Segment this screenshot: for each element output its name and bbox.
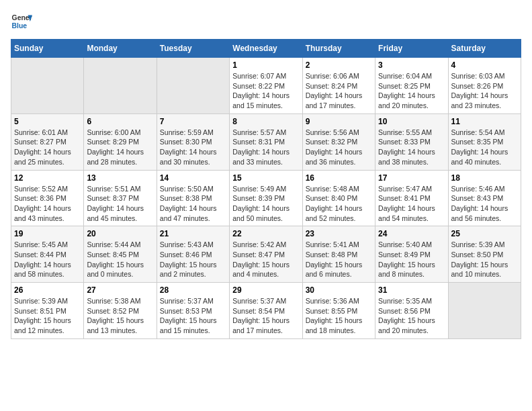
- day-info: Sunrise: 5:41 AM Sunset: 8:48 PM Dayligh…: [306, 240, 372, 279]
- day-number: 30: [306, 285, 372, 295]
- day-number: 15: [232, 173, 299, 183]
- calendar-cell: 12Sunrise: 5:52 AM Sunset: 8:36 PM Dayli…: [11, 170, 84, 226]
- day-number: 17: [378, 173, 445, 183]
- day-info: Sunrise: 5:54 AM Sunset: 8:35 PM Dayligh…: [451, 128, 518, 167]
- day-header-friday: Friday: [375, 40, 448, 58]
- calendar-cell: [84, 58, 157, 114]
- calendar-cell: 6Sunrise: 6:00 AM Sunset: 8:29 PM Daylig…: [84, 113, 157, 170]
- calendar-cell: 13Sunrise: 5:51 AM Sunset: 8:37 PM Dayli…: [84, 170, 157, 226]
- calendar-cell: 18Sunrise: 5:46 AM Sunset: 8:43 PM Dayli…: [448, 170, 521, 226]
- day-number: 16: [306, 173, 372, 183]
- day-number: 1: [232, 60, 299, 70]
- week-row-2: 5Sunrise: 6:01 AM Sunset: 8:27 PM Daylig…: [11, 113, 521, 170]
- calendar-cell: 1Sunrise: 6:07 AM Sunset: 8:22 PM Daylig…: [230, 58, 302, 114]
- day-number: 10: [378, 117, 445, 126]
- day-info: Sunrise: 5:38 AM Sunset: 8:52 PM Dayligh…: [87, 296, 153, 336]
- day-info: Sunrise: 5:50 AM Sunset: 8:38 PM Dayligh…: [160, 184, 226, 224]
- day-number: 6: [87, 117, 153, 126]
- day-header-thursday: Thursday: [302, 40, 375, 58]
- week-row-1: 1Sunrise: 6:07 AM Sunset: 8:22 PM Daylig…: [11, 58, 521, 114]
- calendar-cell: 21Sunrise: 5:43 AM Sunset: 8:46 PM Dayli…: [157, 226, 229, 283]
- day-info: Sunrise: 5:37 AM Sunset: 8:53 PM Dayligh…: [160, 296, 226, 336]
- day-number: 13: [87, 173, 153, 183]
- day-header-saturday: Saturday: [448, 40, 521, 58]
- header: General Blue: [11, 11, 521, 32]
- calendar-cell: [448, 283, 521, 339]
- day-number: 14: [160, 173, 226, 183]
- day-info: Sunrise: 5:45 AM Sunset: 8:44 PM Dayligh…: [14, 240, 81, 279]
- week-row-3: 12Sunrise: 5:52 AM Sunset: 8:36 PM Dayli…: [11, 170, 521, 226]
- day-info: Sunrise: 6:03 AM Sunset: 8:26 PM Dayligh…: [451, 71, 518, 111]
- day-info: Sunrise: 5:37 AM Sunset: 8:54 PM Dayligh…: [232, 296, 299, 336]
- day-info: Sunrise: 5:46 AM Sunset: 8:43 PM Dayligh…: [451, 184, 518, 224]
- day-info: Sunrise: 5:47 AM Sunset: 8:41 PM Dayligh…: [378, 184, 445, 224]
- day-info: Sunrise: 6:06 AM Sunset: 8:24 PM Dayligh…: [306, 71, 372, 111]
- calendar-cell: [11, 58, 84, 114]
- day-number: 12: [14, 173, 81, 183]
- day-number: 28: [160, 285, 226, 295]
- day-number: 23: [306, 229, 372, 238]
- calendar-cell: 7Sunrise: 5:59 AM Sunset: 8:30 PM Daylig…: [157, 113, 229, 170]
- calendar-cell: 27Sunrise: 5:38 AM Sunset: 8:52 PM Dayli…: [84, 283, 157, 339]
- calendar-cell: 23Sunrise: 5:41 AM Sunset: 8:48 PM Dayli…: [302, 226, 375, 283]
- calendar-cell: 2Sunrise: 6:06 AM Sunset: 8:24 PM Daylig…: [302, 58, 375, 114]
- day-info: Sunrise: 5:35 AM Sunset: 8:56 PM Dayligh…: [378, 296, 445, 336]
- day-number: 9: [306, 117, 372, 126]
- calendar-cell: 8Sunrise: 5:57 AM Sunset: 8:31 PM Daylig…: [230, 113, 302, 170]
- calendar-cell: 11Sunrise: 5:54 AM Sunset: 8:35 PM Dayli…: [448, 113, 521, 170]
- day-info: Sunrise: 5:36 AM Sunset: 8:55 PM Dayligh…: [306, 296, 372, 336]
- day-info: Sunrise: 5:40 AM Sunset: 8:49 PM Dayligh…: [378, 240, 445, 279]
- day-info: Sunrise: 5:42 AM Sunset: 8:47 PM Dayligh…: [232, 240, 299, 279]
- calendar-cell: 17Sunrise: 5:47 AM Sunset: 8:41 PM Dayli…: [375, 170, 448, 226]
- day-info: Sunrise: 5:39 AM Sunset: 8:51 PM Dayligh…: [14, 296, 81, 336]
- calendar-cell: 29Sunrise: 5:37 AM Sunset: 8:54 PM Dayli…: [230, 283, 302, 339]
- day-number: 22: [232, 229, 299, 238]
- calendar-cell: 16Sunrise: 5:48 AM Sunset: 8:40 PM Dayli…: [302, 170, 375, 226]
- day-number: 24: [378, 229, 445, 238]
- calendar-cell: 14Sunrise: 5:50 AM Sunset: 8:38 PM Dayli…: [157, 170, 229, 226]
- day-info: Sunrise: 5:51 AM Sunset: 8:37 PM Dayligh…: [87, 184, 153, 224]
- day-number: 27: [87, 285, 153, 295]
- day-info: Sunrise: 5:39 AM Sunset: 8:50 PM Dayligh…: [451, 240, 518, 279]
- logo-icon: General Blue: [11, 11, 32, 32]
- day-info: Sunrise: 6:01 AM Sunset: 8:27 PM Dayligh…: [14, 128, 81, 167]
- day-info: Sunrise: 6:04 AM Sunset: 8:25 PM Dayligh…: [378, 71, 445, 111]
- day-number: 2: [306, 60, 372, 70]
- day-number: 5: [14, 117, 81, 126]
- day-number: 7: [160, 117, 226, 126]
- day-info: Sunrise: 5:44 AM Sunset: 8:45 PM Dayligh…: [87, 240, 153, 279]
- calendar-header: SundayMondayTuesdayWednesdayThursdayFrid…: [11, 40, 521, 58]
- calendar-cell: 24Sunrise: 5:40 AM Sunset: 8:49 PM Dayli…: [375, 226, 448, 283]
- svg-text:Blue: Blue: [12, 22, 28, 30]
- week-row-4: 19Sunrise: 5:45 AM Sunset: 8:44 PM Dayli…: [11, 226, 521, 283]
- day-number: 20: [87, 229, 153, 238]
- day-number: 4: [451, 60, 518, 70]
- calendar-cell: 28Sunrise: 5:37 AM Sunset: 8:53 PM Dayli…: [157, 283, 229, 339]
- day-of-week-row: SundayMondayTuesdayWednesdayThursdayFrid…: [11, 40, 521, 58]
- day-header-wednesday: Wednesday: [230, 40, 302, 58]
- day-header-tuesday: Tuesday: [157, 40, 229, 58]
- calendar-cell: [157, 58, 229, 114]
- day-info: Sunrise: 5:56 AM Sunset: 8:32 PM Dayligh…: [306, 128, 372, 167]
- calendar-cell: 5Sunrise: 6:01 AM Sunset: 8:27 PM Daylig…: [11, 113, 84, 170]
- calendar-cell: 25Sunrise: 5:39 AM Sunset: 8:50 PM Dayli…: [448, 226, 521, 283]
- day-info: Sunrise: 5:57 AM Sunset: 8:31 PM Dayligh…: [232, 128, 299, 167]
- calendar-cell: 19Sunrise: 5:45 AM Sunset: 8:44 PM Dayli…: [11, 226, 84, 283]
- day-info: Sunrise: 6:07 AM Sunset: 8:22 PM Dayligh…: [232, 71, 299, 111]
- day-info: Sunrise: 6:00 AM Sunset: 8:29 PM Dayligh…: [87, 128, 153, 167]
- day-number: 18: [451, 173, 518, 183]
- day-number: 31: [378, 285, 445, 295]
- day-info: Sunrise: 5:52 AM Sunset: 8:36 PM Dayligh…: [14, 184, 81, 224]
- day-info: Sunrise: 5:43 AM Sunset: 8:46 PM Dayligh…: [160, 240, 226, 279]
- calendar-table: SundayMondayTuesdayWednesdayThursdayFrid…: [11, 39, 521, 339]
- calendar-cell: 30Sunrise: 5:36 AM Sunset: 8:55 PM Dayli…: [302, 283, 375, 339]
- calendar-cell: 4Sunrise: 6:03 AM Sunset: 8:26 PM Daylig…: [448, 58, 521, 114]
- day-number: 11: [451, 117, 518, 126]
- day-number: 8: [232, 117, 299, 126]
- day-header-sunday: Sunday: [11, 40, 84, 58]
- day-info: Sunrise: 5:48 AM Sunset: 8:40 PM Dayligh…: [306, 184, 372, 224]
- calendar-cell: 3Sunrise: 6:04 AM Sunset: 8:25 PM Daylig…: [375, 58, 448, 114]
- calendar-cell: 10Sunrise: 5:55 AM Sunset: 8:33 PM Dayli…: [375, 113, 448, 170]
- calendar-cell: 22Sunrise: 5:42 AM Sunset: 8:47 PM Dayli…: [230, 226, 302, 283]
- calendar-cell: 31Sunrise: 5:35 AM Sunset: 8:56 PM Dayli…: [375, 283, 448, 339]
